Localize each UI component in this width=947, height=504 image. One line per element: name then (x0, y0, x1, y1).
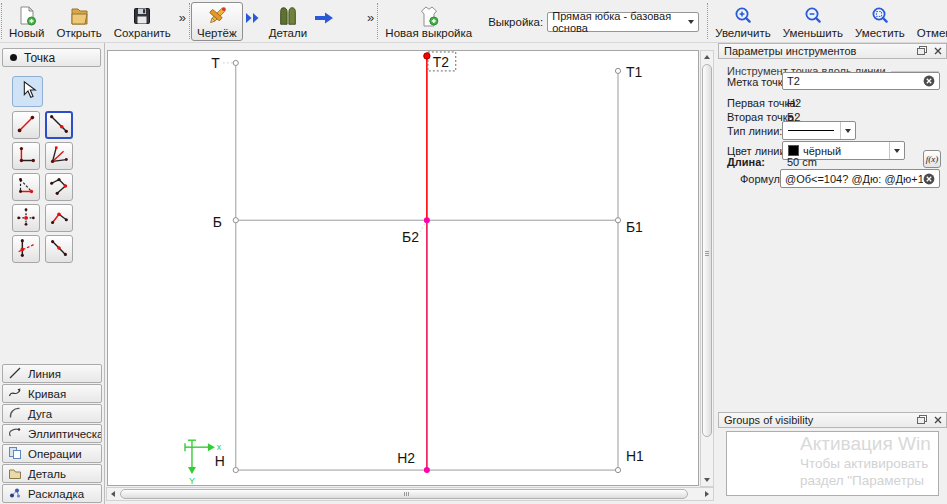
point-label-Т[interactable]: Т (211, 55, 220, 71)
scroll-up-arrow[interactable] (701, 51, 713, 63)
length-label: Длина: (727, 156, 765, 168)
tool-options-header[interactable]: Параметры инструментов (718, 43, 947, 59)
canvas-vertical-scrollbar[interactable] (700, 50, 714, 487)
undo-button[interactable]: Отменить move point label (911, 2, 947, 41)
drawing-canvas[interactable]: ТТ2Т1ББ2Б1НН2Н1xY (107, 50, 699, 486)
point-perpendicular-icon (15, 144, 37, 169)
cursor-arrow-tool[interactable] (12, 76, 43, 107)
point-label-Б1[interactable]: Б1 (626, 219, 643, 235)
point-label-Н2[interactable]: Н2 (397, 450, 415, 466)
point-label-Н[interactable]: Н (215, 453, 225, 469)
open-button[interactable]: Открыть (51, 2, 108, 41)
formula-input[interactable]: @Об<=104? @Дю: @Дю+10 (780, 169, 940, 188)
formula-value: @Об<=104? @Дю: @Дю+10 (785, 173, 923, 185)
point-bisector-icon (48, 144, 70, 169)
scroll-right-arrow[interactable] (701, 488, 713, 500)
toolbar-overflow-chevron[interactable]: » (177, 10, 188, 25)
zoom-fit-label: Уместить (855, 27, 905, 39)
point-height-tool[interactable] (12, 235, 40, 263)
point-Т[interactable] (233, 60, 238, 65)
new-button[interactable]: Новый (3, 2, 51, 41)
point-Б[interactable] (233, 218, 238, 223)
sidebar-section-point-label: Точка (24, 51, 55, 65)
tool-options-title: Параметры инструментов (724, 45, 856, 57)
clear-field-icon[interactable] (923, 173, 935, 185)
point-Б2[interactable] (424, 217, 430, 223)
sidebar-sections: ЛинияКриваяДугаЭллиптическа...ОперацииДе… (2, 364, 102, 503)
close-icon[interactable] (934, 47, 942, 55)
sidebar-section-label: Дуга (28, 408, 52, 420)
point-distance-angle-icon (15, 113, 37, 138)
operations-section-icon (8, 446, 22, 462)
float-panel-icon[interactable] (917, 46, 927, 55)
point-label-Н1[interactable]: Н1 (626, 448, 644, 464)
scroll-down-arrow[interactable] (701, 474, 713, 486)
float-panel-icon[interactable] (917, 415, 927, 424)
sidebar-section-6[interactable]: Деталь (2, 464, 102, 483)
point-midpoint-tool[interactable] (45, 235, 73, 263)
groups-visibility-header[interactable]: Groups of visibility (718, 412, 947, 428)
point-label-Б[interactable]: Б (213, 214, 222, 230)
point-intersect-axis-tool[interactable] (12, 204, 40, 232)
point-distance-angle-tool[interactable] (12, 111, 40, 139)
line-color-value: чёрный (803, 145, 841, 157)
chevron-down-icon (840, 122, 855, 139)
groups-visibility-list[interactable] (726, 431, 939, 496)
point-Н2[interactable] (424, 467, 430, 473)
pattern-select[interactable]: Прямая юбка - базовая основа (547, 12, 699, 32)
details-mode-button[interactable]: Детали (263, 2, 313, 41)
clear-field-icon[interactable] (923, 75, 935, 87)
toolbar-handle[interactable] (377, 3, 378, 39)
sidebar-section-7[interactable]: Раскладка (2, 484, 102, 503)
point-normal-tool[interactable] (45, 204, 73, 232)
toolbar-handle[interactable] (707, 3, 708, 39)
point-perpendicular-tool[interactable] (12, 142, 40, 170)
zoom-in-button[interactable]: Увеличить (709, 2, 776, 41)
point-label-input[interactable]: Т2 (782, 72, 940, 90)
point-Н[interactable] (233, 467, 238, 472)
vertical-scroll-thumb[interactable] (702, 64, 712, 437)
toolbar-overflow-chevron[interactable]: » (365, 10, 376, 25)
save-button[interactable]: Сохранить (108, 2, 177, 41)
zoom-out-button[interactable]: Уменьшить (777, 2, 849, 41)
zoom-fit-button[interactable]: Уместить (849, 2, 911, 41)
point-triangle-tool[interactable] (12, 173, 40, 201)
point-label-value: Т2 (787, 75, 923, 87)
canvas-horizontal-scrollbar[interactable] (106, 487, 714, 501)
sidebar-section-2[interactable]: Кривая (2, 384, 102, 403)
undo-label: Отменить move point label (917, 27, 947, 39)
sidebar-section-5[interactable]: Операции (2, 444, 102, 463)
point-Н1[interactable] (615, 467, 620, 472)
formula-edit-button[interactable]: f(x) (923, 150, 941, 168)
sidebar-section-3[interactable]: Дуга (2, 404, 102, 423)
point-label-Т1[interactable]: Т1 (626, 64, 643, 80)
point-Б1[interactable] (615, 218, 620, 223)
point-shoulder-tool[interactable] (45, 173, 73, 201)
draw-mode-button[interactable]: Чертёж (191, 2, 243, 41)
horizontal-scroll-thumb[interactable] (120, 489, 688, 499)
point-Т2[interactable] (424, 53, 430, 59)
origin-x-label: x (217, 442, 222, 452)
arc-section-icon (8, 406, 22, 422)
sidebar-section-point[interactable]: Точка (2, 48, 101, 67)
point-along-line-tool[interactable] (45, 111, 73, 139)
toolbar-handle[interactable] (189, 3, 190, 39)
open-button-label: Открыть (57, 27, 102, 39)
new-button-label: Новый (9, 27, 45, 39)
toolbar-handle[interactable] (1, 3, 2, 39)
point-label-Б2[interactable]: Б2 (402, 229, 419, 245)
sidebar-section-4[interactable]: Эллиптическа... (2, 424, 102, 443)
line-type-select[interactable] (782, 121, 856, 140)
sidebar-section-label: Операции (28, 448, 82, 460)
layout-section-icon (8, 486, 22, 502)
sidebar-section-label: Кривая (28, 388, 66, 400)
new-pattern-piece-icon (417, 5, 441, 27)
point-Т1[interactable] (615, 68, 620, 73)
scroll-left-arrow[interactable] (107, 488, 119, 500)
point-label-Т2[interactable]: Т2 (433, 54, 450, 70)
pattern-drawing[interactable]: ТТ2Т1ББ2Б1НН2Н1xY (108, 51, 698, 485)
point-bisector-tool[interactable] (45, 142, 73, 170)
sidebar-section-1[interactable]: Линия (2, 364, 102, 383)
close-icon[interactable] (934, 416, 942, 424)
new-pattern-piece-button[interactable]: Новая выкройка (379, 2, 478, 41)
